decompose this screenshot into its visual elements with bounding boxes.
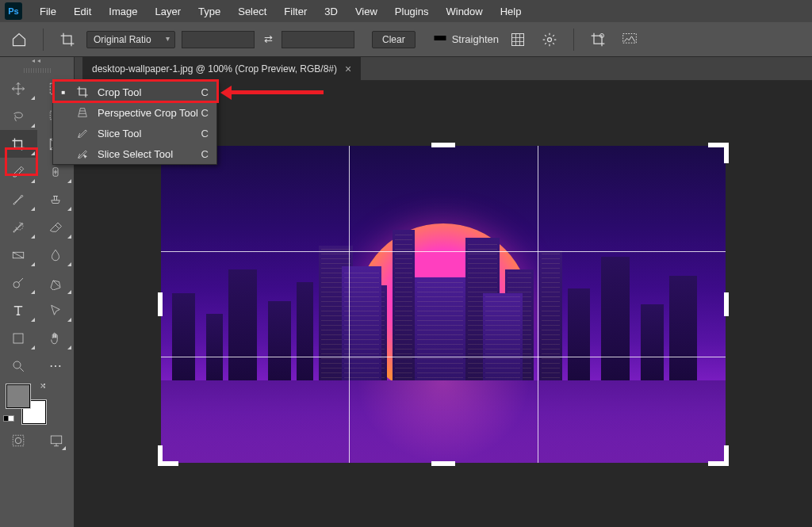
menu-view[interactable]: View (347, 2, 385, 21)
flyout-shortcut: C (201, 107, 209, 119)
crop-width-input[interactable] (182, 31, 255, 48)
crop-handle-top[interactable] (431, 143, 455, 147)
crop-handle-bottom-right[interactable] (708, 445, 729, 466)
document-tab-bar: desktop-wallpaper-1.jpg @ 100% (Crop Pre… (75, 57, 812, 81)
hand-tool[interactable] (37, 324, 75, 352)
svg-point-14 (15, 437, 21, 444)
pen-tool[interactable] (37, 269, 75, 296)
toolbar-more[interactable]: ⋯ (37, 352, 75, 380)
flyout-label: Slice Tool (98, 128, 141, 139)
blur-tool[interactable] (37, 241, 75, 269)
delete-cropped-icon[interactable] (585, 27, 611, 52)
path-select-tool[interactable] (37, 296, 75, 324)
slice-tool-icon (75, 127, 90, 139)
svg-point-10 (13, 281, 20, 288)
clear-button[interactable]: Clear (372, 31, 416, 48)
clone-stamp-tool[interactable] (37, 185, 75, 213)
eyedropper-tool[interactable] (0, 158, 37, 185)
history-brush-tool[interactable] (0, 213, 37, 241)
flyout-shortcut: C (201, 86, 209, 98)
flyout-item-perspective-crop[interactable]: Perspective Crop Tool C (53, 102, 216, 123)
zoom-tool[interactable] (0, 352, 37, 380)
svg-point-2 (547, 37, 551, 41)
svg-rect-15 (51, 436, 62, 444)
flyout-label: Crop Tool (98, 86, 141, 98)
grid-overlay-icon[interactable] (505, 27, 530, 52)
svg-rect-13 (13, 435, 24, 446)
home-icon[interactable] (6, 27, 32, 52)
flyout-shortcut: C (201, 128, 209, 139)
menu-bar: Ps File Edit Image Layer Type Select Fil… (0, 0, 812, 22)
menu-3d[interactable]: 3D (316, 2, 346, 21)
menu-select[interactable]: Select (230, 2, 274, 21)
flyout-item-slice-select[interactable]: Slice Select Tool C (53, 143, 216, 164)
brush-tool[interactable] (0, 185, 37, 213)
crop-grid-line (349, 146, 350, 463)
default-colors-icon[interactable] (3, 412, 14, 424)
options-bar: Original Ratio ⇄ Clear Straighten (0, 22, 812, 57)
crop-handle-bottom[interactable] (431, 461, 455, 466)
menu-layer[interactable]: Layer (147, 2, 190, 21)
menu-type[interactable]: Type (190, 2, 228, 21)
panel-collapse-icon[interactable]: ◂◂ (0, 57, 74, 68)
crop-preset-icon[interactable] (55, 27, 80, 52)
dodge-tool[interactable] (0, 269, 37, 296)
menu-filter[interactable]: Filter (276, 2, 315, 21)
document-tab[interactable]: desktop-wallpaper-1.jpg @ 100% (Crop Pre… (82, 57, 361, 81)
swap-colors-icon[interactable]: ⤭ (40, 381, 46, 390)
content-aware-icon[interactable] (617, 27, 642, 52)
panel-grip[interactable] (24, 68, 51, 73)
menu-edit[interactable]: Edit (66, 2, 99, 21)
close-icon[interactable]: × (345, 63, 351, 75)
gradient-tool[interactable] (0, 241, 37, 269)
flyout-label: Perspective Crop Tool (98, 107, 198, 119)
crop-tool-icon (75, 86, 90, 98)
shape-tool[interactable] (0, 324, 37, 352)
ruler-icon (433, 31, 447, 48)
document-tab-title: desktop-wallpaper-1.jpg @ 100% (Crop Pre… (92, 63, 337, 74)
ratio-select[interactable]: Original Ratio (86, 31, 175, 48)
screen-mode-icon[interactable] (44, 429, 68, 453)
menu-help[interactable]: Help (492, 2, 530, 21)
eraser-tool[interactable] (37, 213, 75, 241)
move-tool[interactable] (0, 74, 37, 102)
crop-tool-flyout: ■ Crop Tool C Perspective Crop Tool C Sl… (52, 81, 217, 165)
canvas-image (161, 146, 726, 463)
crop-handle-top-right[interactable] (708, 143, 729, 163)
crop-handle-bottom-left[interactable] (158, 445, 178, 466)
perspective-crop-icon (75, 106, 90, 119)
crop-grid-line (538, 146, 538, 463)
app-logo: Ps (5, 2, 22, 20)
crop-handle-left[interactable] (158, 292, 163, 316)
canvas[interactable] (161, 146, 726, 463)
crop-tool[interactable] (0, 130, 37, 158)
color-swatches[interactable]: ⤭ (6, 384, 46, 424)
svg-point-12 (13, 361, 21, 369)
svg-rect-4 (623, 33, 637, 43)
lasso-tool[interactable] (0, 102, 37, 130)
crop-grid-line (161, 357, 726, 357)
selected-dot-icon: ■ (59, 89, 67, 96)
svg-rect-0 (434, 36, 446, 40)
quick-mask-icon[interactable] (6, 429, 30, 453)
flyout-label: Slice Select Tool (98, 148, 173, 160)
straighten-label: Straighten (452, 33, 499, 45)
foreground-color-swatch[interactable] (6, 384, 30, 408)
menu-image[interactable]: Image (101, 2, 145, 21)
crop-options-gear-icon[interactable] (537, 27, 562, 52)
flyout-shortcut: C (201, 148, 209, 160)
slice-select-icon (75, 147, 90, 160)
crop-handle-right[interactable] (724, 292, 729, 316)
menu-window[interactable]: Window (438, 2, 490, 21)
crop-grid-line (161, 251, 726, 252)
swap-dimensions-icon[interactable]: ⇄ (261, 33, 275, 45)
type-tool[interactable] (0, 296, 37, 324)
crop-height-input[interactable] (282, 31, 354, 48)
menu-file[interactable]: File (32, 2, 64, 21)
menu-plugins[interactable]: Plugins (387, 2, 437, 21)
svg-rect-11 (13, 334, 23, 343)
flyout-item-slice[interactable]: Slice Tool C (53, 123, 216, 143)
straighten-button[interactable]: Straighten (433, 31, 499, 48)
flyout-item-crop[interactable]: ■ Crop Tool C (53, 82, 216, 102)
svg-rect-1 (511, 33, 523, 45)
